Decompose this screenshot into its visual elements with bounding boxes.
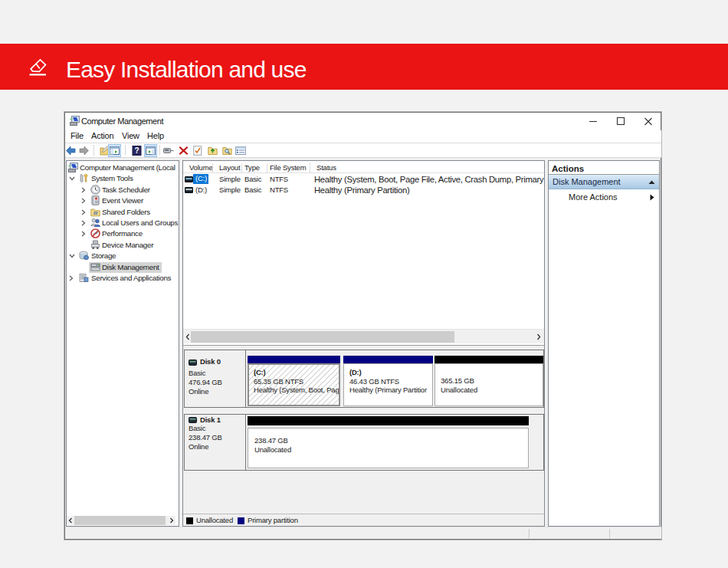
svg-text:?: ? (134, 146, 139, 155)
svg-text:22: 22 (93, 211, 98, 215)
